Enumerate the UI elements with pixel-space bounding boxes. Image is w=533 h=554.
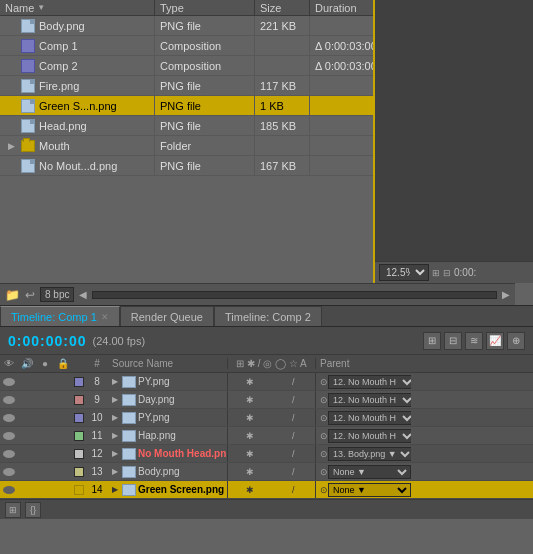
layer-number: 14 — [86, 481, 108, 498]
scroll-left-icon[interactable]: ◀ — [79, 289, 87, 300]
col-visibility: 👁 — [0, 358, 18, 369]
parent-dropdown[interactable]: 12. No Mouth H ▼ — [328, 411, 411, 425]
visibility-toggle[interactable] — [0, 391, 18, 408]
expand-toggle[interactable]: ▶ — [5, 141, 17, 151]
png-icon — [20, 119, 36, 133]
scroll-right-icon[interactable]: ▶ — [502, 289, 510, 300]
layer-row[interactable]: 9 ▶ Day.png ✱ / ⊙ 12. No Mouth H ▼ — [0, 391, 533, 409]
lock-toggle[interactable] — [54, 427, 72, 444]
timeline-header: 👁 🔊 ● 🔒 # Source Name ⊞ ✱ / ◎ ◯ ☆ A Pare… — [0, 355, 533, 373]
layer-switches: ✱ / — [228, 373, 316, 390]
visibility-toggle[interactable] — [0, 445, 18, 462]
layer-expand[interactable]: ▶ — [112, 449, 122, 458]
layer-row[interactable]: 10 ▶ PY.png ✱ / ⊙ 12. No Mouth H ▼ — [0, 409, 533, 427]
audio-toggle[interactable] — [18, 427, 36, 444]
audio-toggle[interactable] — [18, 463, 36, 480]
draft-icon[interactable]: ⊟ — [444, 332, 462, 350]
visibility-toggle[interactable] — [0, 481, 18, 498]
lock-toggle[interactable] — [54, 463, 72, 480]
visibility-toggle[interactable] — [0, 463, 18, 480]
layer-expand[interactable]: ▶ — [112, 395, 122, 404]
lock-toggle[interactable] — [54, 391, 72, 408]
lock-toggle[interactable] — [54, 445, 72, 462]
layer-expand[interactable]: ▶ — [112, 377, 122, 386]
col-header-type[interactable]: Type — [155, 0, 255, 15]
col-lock: 🔒 — [54, 358, 72, 369]
audio-toggle[interactable] — [18, 445, 36, 462]
lock-toggle[interactable] — [54, 481, 72, 498]
file-name-cell: Body.png — [0, 16, 155, 35]
col-header-size[interactable]: Size — [255, 0, 310, 15]
layer-name: PY.png — [138, 376, 170, 387]
audio-toggle[interactable] — [18, 373, 36, 390]
layer-expand[interactable]: ▶ — [112, 431, 122, 440]
parent-dropdown[interactable]: 12. No Mouth H ▼ — [328, 393, 411, 407]
tab-timeline-comp1[interactable]: Timeline: Comp 1 ✕ — [0, 306, 120, 326]
label-color — [72, 427, 86, 444]
tab-close-icon[interactable]: ✕ — [101, 312, 109, 322]
flowchart-icon[interactable]: ⊕ — [507, 332, 525, 350]
new-folder-icon[interactable]: 📁 — [5, 288, 20, 302]
graph-editor-icon[interactable]: 📈 — [486, 332, 504, 350]
grid-icon: ⊟ — [443, 268, 451, 278]
layer-row[interactable]: 8 ▶ PY.png ✱ / ⊙ 12. No Mouth H ▼ — [0, 373, 533, 391]
parent-circle: ⊙ — [320, 431, 328, 441]
visibility-toggle[interactable] — [0, 427, 18, 444]
solo-toggle[interactable] — [36, 427, 54, 444]
solo-toggle[interactable] — [36, 409, 54, 426]
visibility-toggle[interactable] — [0, 373, 18, 390]
png-icon — [20, 99, 36, 113]
file-size-cell: 117 KB — [255, 76, 310, 95]
import-icon[interactable]: ↩ — [25, 288, 35, 302]
parent-dropdown[interactable]: 12. No Mouth H ▼ — [328, 429, 411, 443]
lock-toggle[interactable] — [54, 373, 72, 390]
audio-toggle[interactable] — [18, 409, 36, 426]
parent-dropdown[interactable]: 13. Body.png ▼ — [328, 447, 411, 461]
parent-dropdown[interactable]: None ▼ — [328, 465, 411, 479]
layer-number: 10 — [86, 409, 108, 426]
scrollbar[interactable] — [92, 291, 497, 299]
audio-toggle[interactable] — [18, 481, 36, 498]
visibility-toggle[interactable] — [0, 409, 18, 426]
tab-label: Render Queue — [131, 311, 203, 323]
layer-expand[interactable]: ▶ — [112, 413, 122, 422]
file-name-cell: Green S...n.png — [0, 96, 155, 115]
motion-blur-icon[interactable]: ≋ — [465, 332, 483, 350]
tab-label: Timeline: Comp 1 — [11, 311, 97, 323]
tab-timeline-comp2[interactable]: Timeline: Comp 2 — [214, 306, 322, 326]
layer-name: Day.png — [138, 394, 175, 405]
solo-toggle[interactable] — [36, 391, 54, 408]
layer-row[interactable]: 12 ▶ No Mouth Head.pn ✱ / ⊙ 13. Body.png… — [0, 445, 533, 463]
expression-icon[interactable]: {} — [25, 502, 41, 518]
zoom-select[interactable]: 12.5% 25% 50% 100% — [379, 264, 429, 281]
audio-toggle[interactable] — [18, 391, 36, 408]
layer-png-icon — [122, 430, 136, 442]
file-name-cell: Comp 1 — [0, 36, 155, 55]
parent-dropdown[interactable]: 12. No Mouth H ▼ — [328, 375, 411, 389]
col-switches: ⊞ ✱ / ◎ ◯ ☆ A — [228, 358, 316, 369]
layer-number: 13 — [86, 463, 108, 480]
parent-cell: ⊙ None ▼ — [316, 481, 411, 498]
parent-cell: ⊙ None ▼ — [316, 463, 411, 480]
parent-circle: ⊙ — [320, 485, 328, 495]
layer-expand[interactable]: ▶ — [112, 485, 122, 494]
layer-expand[interactable]: ▶ — [112, 467, 122, 476]
file-name: Mouth — [39, 140, 70, 152]
tab-render-queue[interactable]: Render Queue — [120, 306, 214, 326]
sort-icon: ▼ — [37, 3, 45, 12]
col-header-name[interactable]: Name ▼ — [0, 0, 155, 15]
enable-all-icon[interactable]: ⊞ — [423, 332, 441, 350]
layer-row[interactable]: 11 ▶ Hap.png ✱ / ⊙ 12. No Mouth H ▼ — [0, 427, 533, 445]
layer-row-green-screen[interactable]: 14 ▶ Green Screen.png ✱ / ⊙ None ▼ — [0, 481, 533, 499]
layer-row[interactable]: 13 ▶ Body.png ✱ / ⊙ None ▼ — [0, 463, 533, 481]
solo-toggle[interactable] — [36, 463, 54, 480]
file-name-cell: Fire.png — [0, 76, 155, 95]
solo-toggle[interactable] — [36, 373, 54, 390]
solo-toggle[interactable] — [36, 481, 54, 498]
add-layer-icon[interactable]: ⊞ — [5, 502, 21, 518]
current-timecode[interactable]: 0:00:00:00 — [8, 333, 87, 349]
fps-label: (24.00 fps) — [93, 335, 146, 347]
parent-dropdown[interactable]: None ▼ — [328, 483, 411, 497]
lock-toggle[interactable] — [54, 409, 72, 426]
solo-toggle[interactable] — [36, 445, 54, 462]
